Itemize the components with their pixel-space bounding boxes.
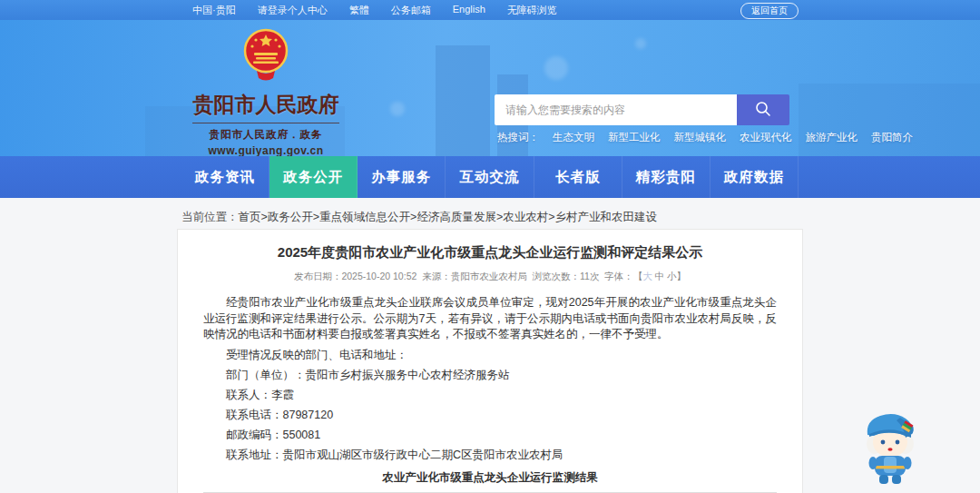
font-size-bracket: 】	[677, 271, 687, 281]
topbar-link-1[interactable]: 请登录个人中心	[258, 4, 328, 17]
site-subtitle: 贵阳市人民政府．政务	[192, 123, 339, 142]
hot-search-items: 生态文明新型工业化新型城镇化农业现代化旅游产业化贵阳简介	[553, 131, 913, 144]
nav-item-1[interactable]: 政务公开	[270, 156, 358, 198]
article-intro-paragraph: 经贵阳市农业产业化市级重点龙头企业联席会议成员单位审定，现对2025年开展的农业…	[203, 295, 777, 343]
article-source: 来源：贵阳市农业农村局	[422, 271, 527, 281]
bokeh-decoration	[635, 38, 646, 49]
font-size-big[interactable]: 大	[642, 271, 652, 281]
topbar-links: 中国·贵阳请登录个人中心繁體公务邮箱English无障碍浏览	[192, 4, 557, 17]
search-input[interactable]	[495, 94, 737, 125]
topbar-link-4[interactable]: English	[453, 4, 485, 17]
nav-item-6[interactable]: 政府数据	[710, 156, 799, 198]
site-title: 贵阳市人民政府	[192, 91, 339, 119]
breadcrumb: 当前位置：首页>政务公开>重点领域信息公开>经济高质量发展>农业农村>乡村产业和…	[181, 210, 657, 225]
nav-item-2[interactable]: 办事服务	[358, 156, 446, 198]
banner: 贵阳市人民政府 贵阳市人民政府．政务 www.guiyang.gov.cn 热搜…	[0, 20, 980, 156]
building-silhouette	[799, 84, 980, 156]
font-size-small[interactable]: 小	[667, 271, 677, 281]
contact-line-5: 联系地址：贵阳市观山湖区市级行政中心二期C区贵阳市农业农村局	[203, 448, 777, 463]
topbar-link-0[interactable]: 中国·贵阳	[192, 4, 236, 17]
article-contact-lines: 受理情况反映的部门、电话和地址：部门（单位）：贵阳市乡村振兴服务中心农村经济服务…	[203, 348, 777, 463]
hot-search-row: 热搜词： 生态文明新型工业化新型城镇化农业现代化旅游产业化贵阳简介	[497, 131, 913, 144]
hot-search-item-4[interactable]: 旅游产业化	[806, 131, 858, 144]
site-logo[interactable]: 贵阳市人民政府 贵阳市人民政府．政务 www.guiyang.gov.cn	[192, 27, 339, 156]
contact-line-0: 受理情况反映的部门、电话和地址：	[203, 348, 777, 363]
hot-search-item-2[interactable]: 新型城镇化	[674, 131, 727, 144]
article-meta: 发布日期：2025-10-20 10:52 来源：贵阳市农业农村局 浏览次数：1…	[203, 271, 777, 283]
search-button[interactable]	[737, 94, 789, 125]
search-icon	[754, 100, 772, 121]
search-box	[495, 94, 789, 125]
topbar: 中国·贵阳请登录个人中心繁體公务邮箱English无障碍浏览 返回首页	[0, 0, 980, 20]
article-card: 2025年度贵阳市农业产业化市级重点龙头企业运行监测和评定结果公示 发布日期：2…	[177, 229, 803, 493]
contact-line-2: 联系人：李霞	[203, 388, 777, 403]
font-size-mid[interactable]: 中	[655, 271, 665, 281]
nav-item-3[interactable]: 互动交流	[446, 156, 534, 198]
article-title: 2025年度贵阳市农业产业化市级重点龙头企业运行监测和评定结果公示	[203, 244, 777, 261]
hot-search-item-0[interactable]: 生态文明	[553, 131, 594, 144]
main-navbar: 政务资讯政务公开办事服务互动交流长者版精彩贵阳政府数据	[0, 156, 980, 198]
building-silhouette	[436, 45, 490, 156]
result-table-caption: 农业产业化市级重点龙头企业运行监测结果	[203, 470, 777, 486]
breadcrumb-path[interactable]: 首页>政务公开>重点领域信息公开>经济高质量发展>农业农村>乡村产业和农田建设	[239, 211, 658, 223]
hot-search-item-3[interactable]: 农业现代化	[740, 131, 792, 144]
nav-item-5[interactable]: 精彩贵阳	[622, 156, 710, 198]
site-url: www.guiyang.gov.cn	[192, 144, 339, 156]
hot-search-label: 热搜词：	[497, 131, 539, 144]
return-home-button[interactable]: 返回首页	[740, 3, 799, 19]
contact-line-4: 邮政编码：550081	[203, 428, 777, 443]
mascot-figure[interactable]	[855, 404, 926, 488]
publish-date: 发布日期：2025-10-20 10:52	[294, 271, 416, 281]
topbar-link-2[interactable]: 繁體	[349, 4, 369, 17]
breadcrumb-label: 当前位置：	[181, 211, 239, 223]
bokeh-decoration	[544, 56, 568, 80]
view-count: 浏览次数：11次	[533, 271, 600, 281]
font-size-label: 字体：【	[604, 271, 642, 281]
topbar-link-5[interactable]: 无障碍浏览	[507, 4, 557, 17]
contact-line-3: 联系电话：87987120	[203, 408, 777, 423]
bokeh-decoration	[390, 102, 405, 116]
contact-line-1: 部门（单位）：贵阳市乡村振兴服务中心农村经济服务站	[203, 368, 777, 383]
topbar-link-3[interactable]: 公务邮箱	[391, 4, 431, 17]
nav-item-0[interactable]: 政务资讯	[181, 156, 270, 198]
nav-items: 政务资讯政务公开办事服务互动交流长者版精彩贵阳政府数据	[181, 156, 799, 198]
nav-item-4[interactable]: 长者版	[534, 156, 622, 198]
national-emblem-icon	[192, 27, 339, 87]
hot-search-item-1[interactable]: 新型工业化	[608, 131, 661, 144]
hot-search-item-5[interactable]: 贵阳简介	[871, 131, 913, 144]
